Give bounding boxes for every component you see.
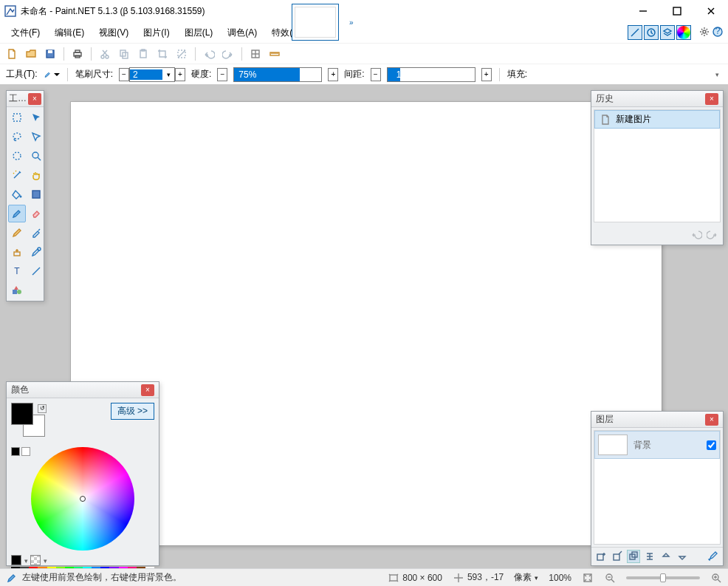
panel-toggle-history-icon[interactable] <box>644 25 659 40</box>
layer-add-icon[interactable] <box>594 550 608 563</box>
tool-text[interactable]: T <box>8 262 26 280</box>
current-tool-brush-icon[interactable] <box>44 68 60 81</box>
hardness-increment[interactable]: + <box>328 68 338 81</box>
document-strip-toggle-icon[interactable]: » <box>349 18 354 27</box>
menu-file[interactable]: 文件(F) <box>4 23 47 43</box>
tool-lasso[interactable] <box>8 128 26 146</box>
tool-move-selection[interactable] <box>27 109 45 126</box>
color-wheel[interactable] <box>31 447 134 551</box>
ruler-icon[interactable] <box>267 47 282 61</box>
layer-visible-checkbox[interactable] <box>707 440 716 450</box>
history-panel-close-icon[interactable]: × <box>705 93 718 105</box>
save-file-icon[interactable] <box>43 47 58 61</box>
brush-size-decrement[interactable]: − <box>119 68 129 81</box>
undo-icon[interactable] <box>202 47 216 61</box>
layer-up-icon[interactable] <box>659 550 673 563</box>
layer-merge-icon[interactable] <box>643 550 656 563</box>
grid-icon[interactable] <box>248 47 263 61</box>
tool-eyedropper[interactable] <box>27 224 45 242</box>
tool-brush[interactable] <box>8 205 26 222</box>
palette-alpha-dd-icon[interactable] <box>43 555 47 565</box>
hardness-decrement[interactable]: − <box>217 68 227 81</box>
minimize-button[interactable] <box>626 0 660 22</box>
deselect-icon[interactable] <box>174 47 189 61</box>
zoom-in-icon[interactable] <box>710 572 722 584</box>
tool-move-pixels[interactable] <box>27 128 45 146</box>
layer-properties-icon[interactable] <box>707 550 720 563</box>
settings-icon[interactable] <box>698 26 710 40</box>
spacing-decrement[interactable]: − <box>371 68 381 81</box>
document-thumbnail[interactable] <box>292 4 339 41</box>
brush-size-field[interactable]: ▾ <box>129 67 175 82</box>
tool-pencil[interactable] <box>8 224 26 242</box>
open-file-icon[interactable] <box>24 47 38 61</box>
history-redo-icon[interactable] <box>707 228 718 242</box>
svg-point-28 <box>20 196 22 198</box>
new-file-icon[interactable] <box>4 47 19 61</box>
help-icon[interactable]: ? <box>712 26 724 40</box>
menu-adjust[interactable]: 调色(A) <box>221 23 264 43</box>
new-image-icon <box>600 114 611 126</box>
swap-colors-icon[interactable]: ↺ <box>38 404 47 413</box>
spacing-slider[interactable]: 15% <box>387 67 475 82</box>
spacing-increment[interactable]: + <box>481 68 492 81</box>
history-undo-icon[interactable] <box>690 228 702 242</box>
panel-toggle-tools-icon[interactable] <box>628 25 642 40</box>
brush-size-input[interactable] <box>130 69 162 80</box>
color-wheel-handle[interactable] <box>80 496 86 502</box>
color-swatches[interactable]: ↺ <box>11 403 48 440</box>
tool-zoom[interactable] <box>27 147 45 165</box>
advanced-button[interactable]: 高级 >> <box>111 403 154 420</box>
palette-current-dd-icon[interactable] <box>24 555 28 565</box>
layer-row[interactable]: 背景 <box>594 431 720 459</box>
palette-current-swatch[interactable] <box>11 555 21 565</box>
mini-black-swatch[interactable] <box>11 447 20 456</box>
maximize-button[interactable] <box>660 0 694 22</box>
zoom-out-icon[interactable] <box>604 572 616 584</box>
close-button[interactable] <box>694 0 728 22</box>
palette-alpha-swatch[interactable] <box>30 555 41 565</box>
tool-clone[interactable] <box>8 243 26 261</box>
tool-line[interactable] <box>27 262 45 280</box>
zoom-slider[interactable] <box>626 576 700 579</box>
tool-magic-wand[interactable] <box>8 166 26 184</box>
tool-eraser[interactable] <box>27 205 45 222</box>
tools-panel-close-icon[interactable]: × <box>28 93 41 105</box>
status-unit-selector[interactable]: 像素 ▾ <box>514 571 538 584</box>
tool-gradient[interactable] <box>27 185 45 203</box>
tool-bucket[interactable] <box>8 185 26 203</box>
mini-white-swatch[interactable] <box>21 447 30 456</box>
fill-dropdown-icon[interactable]: ▾ <box>712 69 722 80</box>
fit-window-icon[interactable] <box>582 572 594 584</box>
tool-recolor[interactable] <box>27 243 45 261</box>
colors-panel-close-icon[interactable]: × <box>141 384 154 396</box>
panel-toggle-layers-icon[interactable] <box>660 25 675 40</box>
tool-rect-select[interactable] <box>8 109 26 126</box>
zoom-slider-handle[interactable] <box>660 573 666 582</box>
print-icon[interactable] <box>70 47 85 61</box>
layer-duplicate-icon[interactable] <box>627 550 640 563</box>
svg-line-21 <box>178 50 185 58</box>
cut-icon[interactable] <box>97 47 112 61</box>
history-item[interactable]: 新建图片 <box>594 110 720 129</box>
paste-icon[interactable] <box>136 47 151 61</box>
layers-panel-close-icon[interactable]: × <box>705 414 718 426</box>
menu-image[interactable]: 图片(I) <box>137 23 176 43</box>
brush-size-increment[interactable]: + <box>175 68 185 81</box>
tool-shapes[interactable] <box>8 282 26 299</box>
layer-delete-icon[interactable] <box>611 550 624 563</box>
menu-edit[interactable]: 编辑(E) <box>48 23 91 43</box>
redo-icon[interactable] <box>221 47 236 61</box>
layer-down-icon[interactable] <box>676 550 689 563</box>
canvas[interactable] <box>71 102 662 545</box>
chevron-down-icon[interactable]: ▾ <box>162 71 174 78</box>
foreground-color-swatch[interactable] <box>11 403 33 425</box>
panel-toggle-colors-icon[interactable] <box>676 25 691 40</box>
menu-view[interactable]: 视图(V) <box>92 23 135 43</box>
tool-pan[interactable] <box>27 166 45 184</box>
menu-layer[interactable]: 图层(L) <box>178 23 220 43</box>
hardness-slider[interactable]: 75% <box>233 67 322 82</box>
tool-ellipse-select[interactable] <box>8 147 26 165</box>
crop-icon[interactable] <box>155 47 170 61</box>
copy-icon[interactable] <box>117 47 131 61</box>
